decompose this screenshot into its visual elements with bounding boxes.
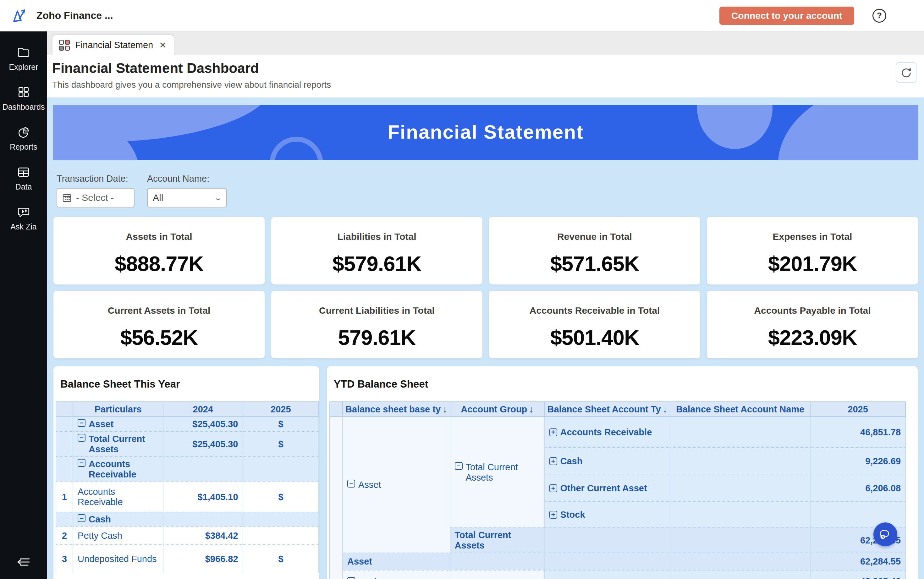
kpi-value: 579.61K — [338, 325, 415, 350]
column-header[interactable] — [330, 401, 343, 417]
expand-row-icon[interactable]: + — [549, 511, 557, 518]
sidebar-item-explorer[interactable]: Explorer — [0, 38, 47, 78]
tab-financial-statement[interactable]: Financial Statement ... ✕ — [52, 35, 174, 55]
table-row[interactable]: 3 Undeposited Funds $966.82 $ — [56, 545, 319, 573]
tab-close-icon[interactable]: ✕ — [158, 40, 168, 50]
collapse-row-icon[interactable]: − — [78, 434, 85, 442]
refresh-button[interactable] — [896, 62, 916, 83]
kpi-value: $501.40K — [550, 325, 639, 350]
zoho-analytics-logo-icon[interactable] — [11, 8, 28, 24]
cell-2024 — [163, 512, 243, 527]
tab-strip: Financial Statement ... ✕ — [47, 31, 924, 55]
sidebar-item-label: Dashboards — [3, 103, 45, 111]
transaction-date-value: - Select - — [76, 192, 114, 203]
kpi-value: $579.61K — [333, 252, 421, 276]
balance-sheet-table: Particulars 2024 2025 −Asset $25,405.30 … — [56, 401, 319, 579]
cell-2024: $384.42 — [163, 527, 243, 545]
column-header-account-name[interactable]: Balance Sheet Account Name — [670, 401, 811, 417]
account-name-value: All — [153, 192, 163, 203]
cell-2025 — [243, 456, 319, 482]
expand-row-icon[interactable]: + — [549, 429, 557, 436]
grid-icon — [16, 85, 31, 99]
account-name-select[interactable]: All ⌄ — [147, 188, 227, 208]
sidebar-item-label: Data — [15, 182, 32, 191]
collapse-row-icon[interactable]: − — [347, 577, 355, 579]
table-row[interactable]: 1 Accounts Receivable $1,405.10 $ — [56, 482, 319, 512]
sidebar: Explorer Dashboards Reports — [0, 31, 47, 579]
kpi-card-current-assets: Current Assets in Total $56.52K — [54, 291, 264, 358]
total-value: 62,284.55 — [811, 553, 906, 570]
kpi-value: $56.52K — [120, 325, 198, 350]
kpi-title: Current Assets in Total — [108, 305, 211, 316]
cell-account-name — [670, 417, 811, 447]
expand-row-icon[interactable]: + — [549, 484, 557, 492]
sidebar-item-label: Explorer — [9, 62, 38, 72]
total-row[interactable]: Asset 62,284.55 — [330, 553, 906, 570]
column-header-base-type[interactable]: Balance sheet base ty↓ — [343, 401, 451, 417]
table-row[interactable]: 2 Petty Cash $384.42 — [56, 527, 319, 545]
collapse-row-icon[interactable]: − — [78, 459, 85, 467]
kpi-value: $888.77K — [115, 252, 204, 276]
sidebar-item-dashboards[interactable]: Dashboards — [0, 78, 47, 118]
table-row[interactable]: −Total Current Assets $25,405.30 $ — [56, 431, 319, 456]
collapse-row-icon[interactable]: − — [78, 514, 85, 522]
sidebar-item-label: Ask Zia — [10, 222, 36, 231]
account-name-label: Account Name: — [147, 173, 209, 184]
row-label: Accounts Receivable — [73, 482, 163, 512]
cell-2024: $1,405.10 — [163, 482, 243, 512]
calendar-icon — [62, 193, 72, 203]
sidebar-item-data[interactable]: Data — [0, 158, 47, 198]
cell-2024: $966.82 — [163, 545, 243, 573]
expand-row-icon[interactable]: + — [549, 457, 557, 465]
kpi-title: Accounts Receivable in Total — [530, 305, 660, 316]
row-label: Asset — [89, 419, 113, 429]
folder-icon — [16, 45, 31, 59]
row-label: Stock — [560, 510, 585, 520]
collapse-row-icon[interactable]: − — [347, 480, 355, 487]
cell-2025: $ — [243, 482, 319, 512]
table-row[interactable]: −Asset $25,405.30 $ — [56, 417, 319, 431]
column-header[interactable] — [56, 401, 73, 417]
chat-bubbles-icon — [878, 527, 893, 541]
table-row[interactable]: −Accounts Receivable — [56, 456, 319, 482]
subtotal-label: Total Current Assets — [451, 527, 545, 553]
kpi-title: Current Liabilities in Total — [319, 305, 435, 316]
kpi-title: Accounts Payable in Total — [754, 305, 870, 316]
column-header-account-group[interactable]: Account Group↓ — [451, 401, 545, 417]
banner-title: Financial Statement — [53, 121, 918, 143]
table-row[interactable]: −Equity + 42,365.49 — [330, 570, 906, 579]
sidebar-item-reports[interactable]: Reports — [0, 118, 47, 158]
kpi-card-accounts-receivable: Accounts Receivable in Total $501.40K — [489, 291, 700, 358]
row-label: Petty Cash — [73, 527, 163, 545]
banner: Financial Statement — [53, 105, 918, 160]
collapse-sidebar-icon[interactable] — [16, 556, 31, 568]
column-header-2025[interactable]: 2025 — [811, 401, 906, 417]
cell-2025: $ — [243, 417, 319, 431]
column-header-2025[interactable]: 2025 — [243, 401, 319, 417]
cell-account-name — [670, 447, 811, 474]
table-row[interactable]: −Asset −Total Current Assets +Accounts R… — [330, 417, 906, 447]
transaction-date-input[interactable]: - Select - — [57, 188, 134, 208]
help-icon[interactable]: ? — [872, 9, 886, 23]
dashboard-tab-icon — [59, 39, 70, 51]
ytd-card-title: YTD Balance Sheet — [334, 378, 428, 390]
zia-chat-button[interactable] — [873, 522, 897, 546]
column-header-account-type[interactable]: Balance Sheet Account Ty↓ — [545, 401, 671, 417]
column-header-2024[interactable]: 2024 — [163, 401, 243, 417]
collapse-row-icon[interactable]: − — [78, 419, 85, 427]
sidebar-item-ask-zia[interactable]: Ask Zia — [0, 198, 47, 238]
table-row[interactable]: −Cash — [56, 512, 319, 527]
row-label: Equity — [358, 577, 384, 579]
balance-sheet-card-title: Balance Sheet This Year — [60, 378, 180, 390]
cell-2025: 46,851.78 — [811, 417, 906, 447]
sort-down-icon: ↓ — [663, 404, 668, 414]
row-label: Undeposited Funds — [73, 545, 163, 573]
column-header-particulars[interactable]: Particulars — [73, 401, 163, 417]
connect-account-button[interactable]: Connect to your account — [719, 7, 854, 25]
row-label: Cash — [560, 456, 583, 466]
refresh-icon — [900, 66, 913, 79]
page-title: Financial Statement Dashboard — [52, 61, 259, 76]
kpi-value: $201.79K — [768, 252, 857, 276]
collapse-row-icon[interactable]: − — [455, 462, 463, 470]
tab-label: Financial Statement ... — [75, 40, 153, 50]
